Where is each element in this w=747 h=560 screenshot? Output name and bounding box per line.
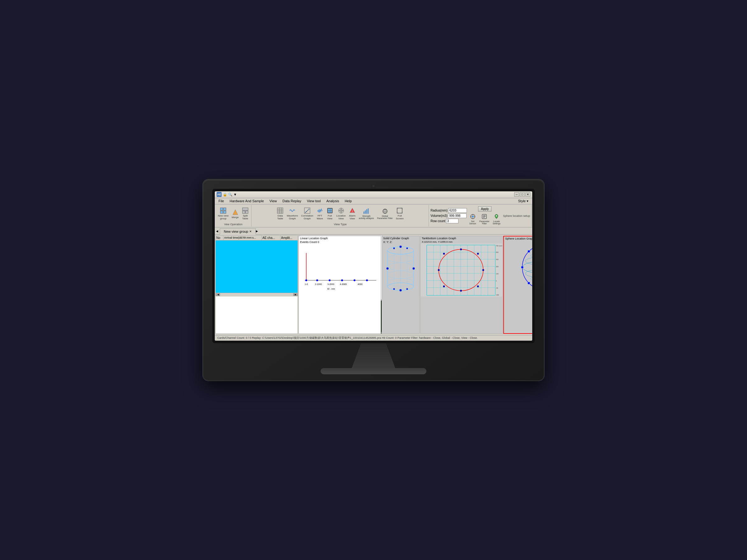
location-view-button[interactable]: LocationView: [335, 207, 347, 220]
volume-field: Volume(m3): [431, 213, 467, 218]
strength-label: Strengthactivity analysis: [359, 215, 374, 219]
svg-rect-5: [242, 208, 248, 210]
row-count-input[interactable]: [446, 219, 459, 223]
linear-location-panel: Linear Location Graph Events Count 0 1-0…: [299, 236, 381, 334]
menu-analysis[interactable]: Analysis: [324, 198, 341, 204]
tab-bar: ◀ New view group ✕ ▶: [215, 228, 532, 235]
strength-button[interactable]: Strengthactivity analysis: [358, 208, 376, 220]
svg-point-187: [329, 279, 331, 281]
tankbottom-svg: 750 1(mm) 600 450 300 150 0 -55 -400: [420, 243, 503, 297]
full-screen-icon: [396, 208, 403, 214]
svg-point-210: [412, 267, 415, 270]
menu-help[interactable]: Help: [342, 198, 354, 204]
tankbottom-title: Tankbottom Location Graph: [420, 236, 503, 240]
split-button[interactable]: SplitTable: [240, 207, 250, 220]
svg-text:-400: -400: [496, 294, 499, 296]
monitor-frame: AE 🔒 🔍 ▼ ─ □ ✕ File Hardware And Sample: [202, 179, 545, 381]
data-table-button[interactable]: DataTable: [276, 207, 285, 220]
toolbar: New viewgroup Merge: [215, 205, 532, 228]
set-sensor-button[interactable]: SetSensor: [468, 213, 478, 225]
svg-point-40: [472, 216, 474, 217]
svg-rect-38: [397, 208, 402, 213]
menu-bar: File Hardware And Sample View Data Repla…: [215, 198, 532, 205]
svg-point-238: [438, 269, 440, 271]
tab-nav-next[interactable]: ▶: [256, 230, 260, 233]
alarm-view-label: AlarmView: [349, 214, 356, 220]
tab-label: New view group: [224, 230, 248, 233]
fft-label: FFTWave: [316, 214, 323, 220]
horizontal-scrollbar[interactable]: ◀ ▶: [216, 293, 298, 296]
scroll-left[interactable]: ◀: [216, 293, 220, 296]
status-bar: Cards/Channel Count: 0 / 0 Replay: C:\Us…: [215, 335, 532, 341]
svg-point-266: [527, 250, 530, 252]
view-type-label: View Type: [334, 223, 347, 226]
svg-rect-32: [365, 210, 366, 214]
new-view-button[interactable]: New viewgroup: [216, 207, 230, 220]
radius-field: Radius(mm): [431, 208, 467, 213]
merge-button[interactable]: Merge: [230, 209, 240, 219]
view-type-buttons: DataTable WaveformGraph: [276, 206, 405, 222]
status-text: Cards/Channel Count: 0 / 0 Replay: C:\Us…: [217, 336, 478, 340]
data-table-label: DataTable: [277, 214, 283, 220]
menu-data-replay[interactable]: Data Replay: [280, 198, 304, 204]
svg-rect-3: [224, 211, 226, 213]
tab-nav-prev[interactable]: ◀: [216, 230, 220, 233]
scroll-track: [220, 294, 293, 296]
correlation-label: CorrelationGraph: [301, 214, 313, 220]
sphere-setup-label: Sphere location setup: [503, 214, 530, 217]
svg-rect-1: [224, 208, 226, 210]
full-view-button[interactable]: FullView: [325, 207, 335, 220]
svg-rect-177: [300, 244, 380, 293]
radius-input[interactable]: [448, 208, 467, 213]
svg-text:150: 150: [496, 273, 499, 275]
correlation-button[interactable]: CorrelationGraph: [300, 207, 314, 220]
title-bar-left: AE 🔒 🔍 ▼: [216, 192, 237, 197]
window-controls[interactable]: ─ □ ✕: [514, 192, 531, 196]
location-view-label: LocationView: [336, 214, 346, 220]
sphere-panel: Sphere Location Graph: [503, 236, 532, 334]
menu-file[interactable]: File: [216, 198, 227, 204]
camera-dot: [372, 185, 375, 187]
svg-text:2-1000: 2-1000: [315, 283, 322, 285]
svg-rect-31: [364, 212, 364, 214]
restore-button[interactable]: □: [520, 192, 525, 196]
volume-input[interactable]: [448, 213, 467, 218]
svg-marker-4: [232, 209, 237, 214]
col-ampl: Amplit...: [280, 236, 298, 240]
cylinder-svg: [382, 244, 419, 295]
parameter-filter-icon: [481, 213, 487, 220]
app-icon: AE: [216, 192, 222, 197]
svg-text:1-0: 1-0: [305, 283, 308, 285]
merge-label: Merge: [232, 216, 239, 219]
strength-icon: [363, 208, 369, 214]
parameter-filter-button[interactable]: ParameterFilter: [478, 213, 491, 225]
menu-view[interactable]: View: [267, 198, 280, 204]
toolbar-view-group: New viewgroup Merge: [215, 205, 252, 226]
radius-label: Radius(mm): [431, 209, 447, 212]
waveform-button[interactable]: WaveformGraph: [285, 207, 299, 220]
fft-button[interactable]: FFTWave: [315, 207, 325, 220]
col-arrival: Arrival time(dd:hh:mm:s...: [224, 236, 262, 240]
alarm-view-button[interactable]: ! AlarmView: [348, 207, 357, 220]
minimize-button[interactable]: ─: [514, 192, 519, 196]
menu-hardware[interactable]: Hardware And Sample: [227, 198, 266, 204]
menu-view-tool[interactable]: View tool: [304, 198, 323, 204]
full-screen-button[interactable]: FullScreen: [395, 207, 405, 220]
scroll-right[interactable]: ▶: [293, 293, 298, 296]
linear-events: Events Count 0: [299, 240, 381, 244]
menu-style[interactable]: Style ▾: [515, 198, 531, 204]
global-param-button[interactable]: GlobalParameter Filter: [376, 208, 394, 220]
tab-new-view-group[interactable]: New view group ✕: [220, 229, 256, 235]
tab-close-button[interactable]: ✕: [249, 230, 252, 233]
svg-point-190: [366, 279, 368, 281]
svg-text:4000: 4000: [358, 283, 363, 285]
monitor: AE 🔒 🔍 ▼ ─ □ ✕ File Hardware And Sample: [202, 179, 545, 381]
global-param-label: GlobalParameter Filter: [377, 215, 392, 219]
locate-settings-button[interactable]: LocateSettings: [491, 213, 502, 225]
close-button[interactable]: ✕: [525, 192, 531, 196]
svg-point-214: [393, 288, 395, 290]
apply-button[interactable]: Apply: [478, 206, 491, 212]
locate-settings-icon: [493, 213, 499, 220]
svg-rect-7: [246, 211, 248, 213]
svg-text:0: 0: [496, 280, 497, 282]
